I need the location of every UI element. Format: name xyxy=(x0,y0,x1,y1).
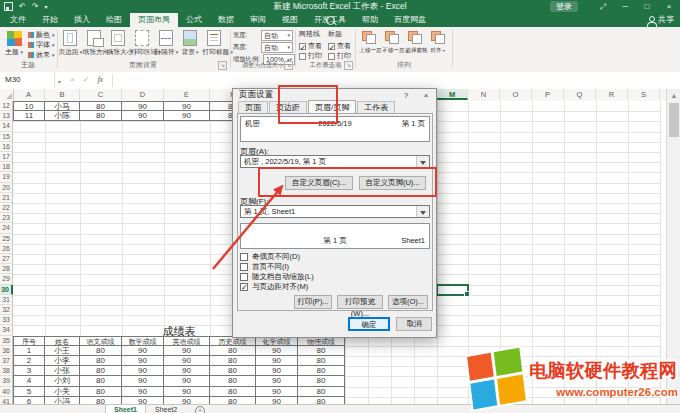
column-header-E[interactable]: E xyxy=(164,89,210,100)
table-cell[interactable]: 90 xyxy=(164,101,210,111)
score-table-cell[interactable]: 90 xyxy=(164,376,210,386)
score-table-cell[interactable]: 3 xyxy=(13,366,45,376)
score-table-cell[interactable]: 90 xyxy=(256,376,298,386)
score-table-cell[interactable]: 小王 xyxy=(45,346,80,356)
theme-mini-颜色[interactable]: 颜色▾ xyxy=(28,30,55,40)
maximize-button[interactable]: □ xyxy=(636,0,658,13)
column-header-A[interactable]: A xyxy=(13,89,45,100)
row-header-34[interactable]: 34 xyxy=(0,325,13,335)
table-cell[interactable]: 90 xyxy=(164,111,210,121)
cancel-button[interactable]: 取消 xyxy=(396,317,432,331)
ribbon-button-打印区域[interactable]: 打印区域 ▾ xyxy=(130,29,154,57)
footer-combo[interactable]: 第 1 页, Sheet1 xyxy=(240,205,430,218)
signin-button[interactable]: 登录 xyxy=(550,1,578,12)
column-header-O[interactable]: O xyxy=(500,89,532,100)
sheet-tab-Sheet1[interactable]: Sheet1 xyxy=(105,405,146,413)
row-header-39[interactable]: 39 xyxy=(0,376,13,386)
row-header-30[interactable]: 30 xyxy=(0,285,13,295)
score-table-cell[interactable]: 80 xyxy=(210,387,256,397)
themes-button[interactable]: 主题 ▾ xyxy=(2,29,26,57)
score-table-cell[interactable]: 小李 xyxy=(45,356,80,366)
dialog-checkbox-随文档自动缩放-L-[interactable]: 随文档自动缩放(L) xyxy=(240,272,314,281)
score-table-cell[interactable]: 80 xyxy=(298,356,345,366)
theme-mini-效果[interactable]: 效果▾ xyxy=(28,50,55,60)
score-table-cell[interactable]: 小张 xyxy=(45,366,80,376)
select-all-corner[interactable] xyxy=(0,89,14,100)
score-table-cell[interactable]: 90 xyxy=(122,346,164,356)
score-table-cell[interactable]: 90 xyxy=(256,397,298,404)
score-table-cell[interactable]: 80 xyxy=(210,356,256,366)
score-table-cell[interactable]: 5 xyxy=(13,387,45,397)
score-table-cell[interactable]: 90 xyxy=(164,397,210,404)
dialog-checkbox-首页不同-I-[interactable]: 首页不同(I) xyxy=(240,262,289,271)
score-table-cell[interactable]: 80 xyxy=(80,346,122,356)
ribbon-tab-审阅[interactable]: 审阅 xyxy=(242,13,274,27)
score-table-cell[interactable]: 80 xyxy=(298,376,345,386)
confirm-entry-icon[interactable]: ✓ xyxy=(83,72,90,88)
column-header-Q[interactable]: Q xyxy=(564,89,596,100)
score-table-cell[interactable]: 90 xyxy=(164,366,210,376)
print-button[interactable]: 打印(P)... xyxy=(294,295,332,309)
column-header-N[interactable]: N xyxy=(468,89,500,100)
score-table-cell[interactable]: 80 xyxy=(80,376,122,386)
score-table-cell[interactable]: 90 xyxy=(256,356,298,366)
score-table-header[interactable]: 数学成绩 xyxy=(122,336,164,346)
score-table-cell[interactable]: 90 xyxy=(122,356,164,366)
score-table-cell[interactable]: 90 xyxy=(256,366,298,376)
table-cell[interactable]: 90 xyxy=(122,111,164,121)
row-header-22[interactable]: 22 xyxy=(0,203,13,213)
column-header-C[interactable]: C xyxy=(80,89,122,100)
row-header-25[interactable]: 25 xyxy=(0,234,13,244)
ribbon-tab-页面布局[interactable]: 页面布局 xyxy=(130,13,178,27)
row-header-18[interactable]: 18 xyxy=(0,162,13,172)
dialog-close-icon[interactable]: × xyxy=(416,91,436,100)
checkbox-网格线-打印[interactable]: 打印 xyxy=(299,51,322,61)
scrollbar-thumb[interactable] xyxy=(669,103,679,137)
score-table-cell[interactable]: 90 xyxy=(256,387,298,397)
score-table-cell[interactable]: 80 xyxy=(210,376,256,386)
score-table-cell[interactable]: 90 xyxy=(164,346,210,356)
ribbon-tab-数据[interactable]: 数据 xyxy=(210,13,242,27)
cancel-entry-icon[interactable]: × xyxy=(70,72,75,88)
score-table-cell[interactable]: 小冯 xyxy=(45,397,80,404)
new-sheet-icon[interactable]: + xyxy=(195,406,205,413)
scale-field-value[interactable]: 自动▾ xyxy=(261,30,293,41)
footer-combo-dropdown-icon[interactable] xyxy=(416,206,429,217)
score-table-cell[interactable]: 80 xyxy=(298,397,345,404)
print-preview-button[interactable]: 打印预览(W)... xyxy=(337,295,383,309)
ribbon-display-options-icon[interactable]: ⤢ xyxy=(592,0,614,13)
score-table-header[interactable]: 序号 xyxy=(13,336,45,346)
score-table-cell[interactable]: 80 xyxy=(80,366,122,376)
row-header-32[interactable]: 32 xyxy=(0,305,13,315)
page-setup-dialog-launcher-icon[interactable]: ↘ xyxy=(218,61,227,70)
score-table-cell[interactable]: 90 xyxy=(164,356,210,366)
ribbon-tab-绘图[interactable]: 绘图 xyxy=(98,13,130,27)
row-header-16[interactable]: 16 xyxy=(0,142,13,152)
row-header-24[interactable]: 24 xyxy=(0,223,13,233)
row-header-38[interactable]: 38 xyxy=(0,366,13,376)
name-box[interactable]: M30 xyxy=(0,72,55,88)
selected-cell-M30[interactable] xyxy=(436,284,469,296)
dialog-checkbox-奇偶页不同-D-[interactable]: 奇偶页不同(D) xyxy=(240,252,300,261)
score-table-header[interactable]: 姓名 xyxy=(45,336,80,346)
ribbon-tab-帮助[interactable]: 帮助 xyxy=(354,13,386,27)
score-table-cell[interactable]: 80 xyxy=(210,366,256,376)
row-header-23[interactable]: 23 xyxy=(0,213,13,223)
row-header-33[interactable]: 33 xyxy=(0,315,13,325)
sheet-options-dialog-launcher-icon[interactable]: ↘ xyxy=(344,61,353,70)
row-header-29[interactable]: 29 xyxy=(0,274,13,284)
header-combo-dropdown-icon[interactable] xyxy=(416,156,429,167)
ribbon-button-分隔符[interactable]: 分隔符 ▾ xyxy=(154,29,178,57)
ribbon-button-背景[interactable]: 背景 ▾ xyxy=(178,29,202,57)
column-header-R[interactable]: R xyxy=(596,89,628,100)
column-header-S[interactable]: S xyxy=(628,89,660,100)
close-button[interactable]: × xyxy=(658,0,680,13)
row-header-26[interactable]: 26 xyxy=(0,244,13,254)
row-header-28[interactable]: 28 xyxy=(0,264,13,274)
score-table-cell[interactable]: 小刘 xyxy=(45,376,80,386)
score-table-cell[interactable]: 4 xyxy=(13,376,45,386)
ribbon-button-纸张方向[interactable]: 纸张方向 ▾ xyxy=(82,29,106,57)
table-cell[interactable]: 80 xyxy=(80,101,122,111)
column-header-B[interactable]: B xyxy=(45,89,80,100)
score-table-cell[interactable]: 80 xyxy=(298,387,345,397)
